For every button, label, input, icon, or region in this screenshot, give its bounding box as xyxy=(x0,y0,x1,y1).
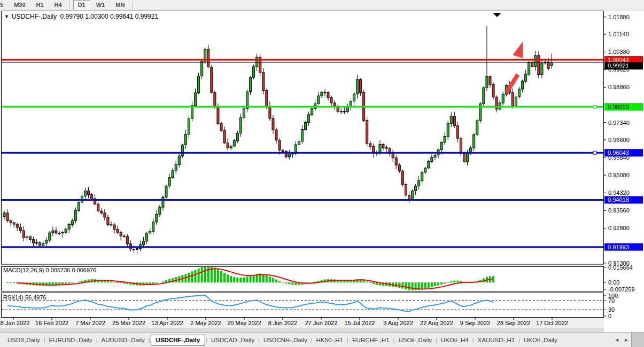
svg-text:0.94018: 0.94018 xyxy=(608,196,629,203)
tab-scroll-right-icon[interactable]: ► xyxy=(624,337,629,343)
chart-window: 1.000430.999210.980190.960430.940180.919… xyxy=(0,10,644,332)
chart-tab-audusd-daily[interactable]: AUDUSD-,Daily xyxy=(98,335,148,345)
price-tick-label: 0.96600 xyxy=(608,137,630,143)
toolbar-separator xyxy=(132,1,133,9)
date-tick-label: 17 Oct 2022 xyxy=(536,320,568,326)
chart-tab-bar: USDX,Daily|EURUSD-,Daily|AUDUSD-,Daily|U… xyxy=(0,332,644,347)
timeframe-button-d1[interactable]: D1 xyxy=(73,0,90,10)
macd-scale-label: 0.00 xyxy=(608,279,619,286)
date-tick-label: 3 Aug 2022 xyxy=(383,320,413,326)
mt4-window: 5M30H1H4D1W1MN 1.000430.999210.980190.96… xyxy=(0,0,644,347)
svg-text:0.98019: 0.98019 xyxy=(608,104,629,110)
date-tick-label: 28 Jan 2022 xyxy=(0,320,29,326)
date-tick-label: 25 Mar 2022 xyxy=(112,320,145,326)
date-tick-label: 20 May 2022 xyxy=(227,320,261,326)
timeframe-button-5[interactable]: 5 xyxy=(0,0,8,10)
tab-divider: | xyxy=(149,337,150,343)
date-tick-label: 22 Aug 2022 xyxy=(420,320,453,326)
timeframe-button-mn[interactable]: MN xyxy=(111,0,129,10)
date-tick-label: 2 May 2022 xyxy=(190,320,221,326)
chart-tab-usdx-daily[interactable]: USDX,Daily xyxy=(4,335,43,345)
tab-divider: | xyxy=(258,337,260,343)
timeframe-button-h4[interactable]: H4 xyxy=(50,0,67,10)
timeframe-toolbar: 5M30H1H4D1W1MN xyxy=(0,0,644,10)
tab-divider: | xyxy=(518,337,520,343)
toolbar-separator xyxy=(69,1,71,9)
chart-tab-hk50-h1[interactable]: HK50-,H1 xyxy=(313,335,347,345)
tab-scroll-left-icon[interactable]: ◄ xyxy=(614,337,619,343)
tab-divider: | xyxy=(206,337,207,343)
price-tick-label: 1.00380 xyxy=(608,49,630,55)
macd-scale-label: -0.007259 xyxy=(608,286,635,293)
price-tick-label: 0.98860 xyxy=(608,84,630,90)
chart-tab-eurusd-daily[interactable]: EURUSD-,Daily xyxy=(46,335,96,345)
date-tick-label: 27 Jun 2022 xyxy=(305,320,338,326)
tab-divider: | xyxy=(96,337,98,343)
date-tick-label: 16 Feb 2022 xyxy=(35,320,68,326)
date-tick-label: 13 Apr 2022 xyxy=(151,320,183,326)
date-tick-label: 28 Sep 2022 xyxy=(497,320,530,326)
date-tick-label: 8 Jun 2022 xyxy=(268,320,297,326)
date-tick-label: 9 Sep 2022 xyxy=(460,320,490,326)
price-tick-label: 0.93560 xyxy=(608,207,630,214)
price-tick-label: 0.99620 xyxy=(608,66,630,73)
chart-tab-eurchf-h1[interactable]: EURCHF-,H1 xyxy=(349,335,393,345)
tabbar-corner xyxy=(631,333,644,347)
tab-divider: | xyxy=(472,337,474,343)
price-tick-label: 0.97340 xyxy=(608,120,630,126)
tab-divider: | xyxy=(311,337,313,343)
chart-tab-usdcnh-daily[interactable]: USDCNH-,Daily xyxy=(260,335,311,345)
chart-tab-xauusd-h1[interactable]: XAUUSD-,H1 xyxy=(475,335,518,345)
macd-scale-label: 0.015654 xyxy=(608,264,633,271)
price-tick-label: 0.94320 xyxy=(608,190,630,196)
price-tick-label: 0.95840 xyxy=(608,154,630,161)
price-tick-label: 0.95080 xyxy=(608,172,630,178)
date-tick-label: 15 Jul 2022 xyxy=(345,320,375,326)
line-handle[interactable] xyxy=(593,105,596,108)
line-handle[interactable] xyxy=(593,151,596,154)
chart-tab-usdcad-daily[interactable]: USDCAD-,Daily xyxy=(208,335,258,345)
tab-divider: | xyxy=(44,337,45,343)
price-tick-label: 1.01880 xyxy=(608,14,630,20)
svg-text:0.91993: 0.91993 xyxy=(608,244,629,250)
rsi-scale-label: 30 xyxy=(608,306,615,313)
bottom-strip xyxy=(0,328,604,332)
date-tick-label: 7 Mar 2022 xyxy=(75,320,105,326)
rsi-scale-label: 70 xyxy=(608,297,615,304)
svg-text:1.00043: 1.00043 xyxy=(608,57,629,63)
tab-divider: | xyxy=(347,337,348,343)
rsi-scale-label: 0 xyxy=(608,313,611,319)
macd-panel xyxy=(2,267,604,291)
chart-tab-ukoil-daily[interactable]: UKOil-,Daily xyxy=(521,335,561,345)
timeframe-button-w1[interactable]: W1 xyxy=(91,0,110,10)
tab-divider: | xyxy=(393,337,395,343)
price-tick-label: 1.01140 xyxy=(608,31,629,37)
chart-tab-usoil-daily[interactable]: USOil-,Daily xyxy=(395,335,435,345)
timeframe-button-m30[interactable]: M30 xyxy=(9,0,30,10)
chart-canvas[interactable]: 1.000430.999210.980190.960430.940180.919… xyxy=(0,10,644,332)
tab-divider: | xyxy=(436,337,437,343)
price-tick-label: 0.92800 xyxy=(608,225,630,231)
chart-tab-usdchf-daily[interactable]: USDCHF-,Daily xyxy=(151,335,205,345)
chart-tab-ukoil-h4[interactable]: UKOil-,H4 xyxy=(438,335,472,345)
timeframe-button-h1[interactable]: H1 xyxy=(32,0,49,10)
